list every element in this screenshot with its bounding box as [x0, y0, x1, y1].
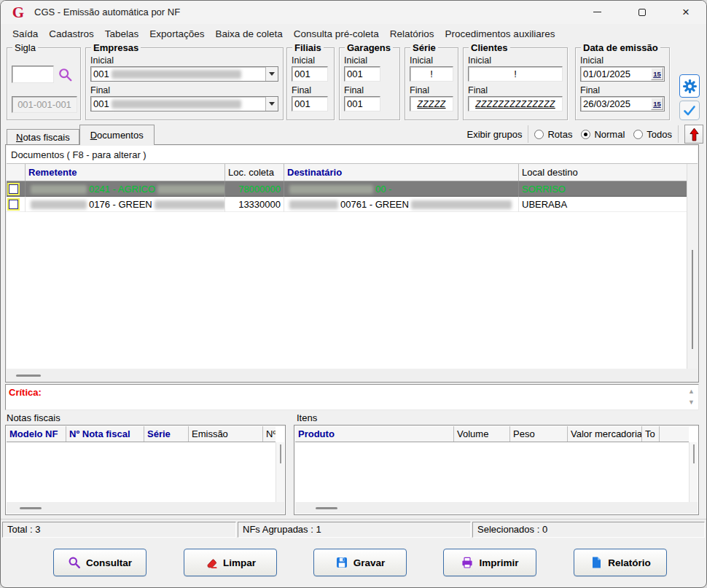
scrollbar-thumb[interactable]	[280, 444, 281, 463]
limpar-button[interactable]: Limpar	[184, 549, 277, 576]
column-header-local-destino[interactable]: Local destino	[519, 164, 687, 181]
column-header-remetente[interactable]: Remetente	[26, 164, 225, 181]
notas-fiscais-title: Notas fiscais	[7, 412, 60, 423]
horizontal-scrollbar[interactable]	[7, 502, 284, 514]
menu-item-tabelas[interactable]: Tabelas	[100, 26, 144, 42]
scrollbar-thumb[interactable]	[316, 507, 337, 509]
garagens-final-input[interactable]	[344, 96, 380, 111]
menu-item-consulta-pre-coleta[interactable]: Consulta pré-coleta	[289, 26, 384, 42]
cell-text: 00761 - GREEN	[340, 199, 409, 210]
exibir-grupos-label: Exibir grupos	[467, 129, 523, 140]
garagens-inicial-input[interactable]	[344, 66, 380, 82]
empresas-inicial-combo[interactable]: 001	[90, 66, 278, 82]
confirm-button[interactable]	[679, 101, 700, 120]
menu-item-relatorios[interactable]: Relatórios	[385, 26, 440, 42]
empresas-final-combo[interactable]: 001	[90, 96, 278, 111]
minimize-button[interactable]	[580, 1, 614, 23]
maximize-button[interactable]	[625, 1, 659, 23]
column-header-serie[interactable]: Série	[144, 426, 189, 442]
menu-bar: SaídaCadastrosTabelasExportaçõesBaixa de…	[1, 24, 706, 43]
row-checkbox[interactable]	[9, 184, 18, 194]
serie-inicial-input[interactable]: !	[410, 66, 453, 82]
combo-value: 001	[93, 68, 109, 79]
horizontal-scrollbar[interactable]	[7, 369, 698, 381]
column-header-emissao[interactable]: Emissão	[189, 426, 263, 442]
vertical-scrollbar[interactable]	[689, 442, 698, 502]
menu-item-saida[interactable]: Saída	[7, 26, 43, 42]
column-header-to[interactable]: To	[642, 426, 660, 442]
cell-destinatario: 00 -	[284, 181, 519, 197]
printer-icon	[461, 556, 474, 569]
column-header-n-nota-fiscal[interactable]: Nº Nota fiscal	[66, 426, 144, 442]
column-header-produto[interactable]: Produto	[295, 426, 454, 442]
data-inicial-field[interactable]: 01/01/2025 15	[580, 66, 665, 82]
column-header-loc-coleta[interactable]: Loc. coleta	[225, 164, 284, 181]
column-header-n[interactable]: Nº	[263, 426, 276, 442]
radio-todos[interactable]: Todos	[633, 129, 672, 140]
column-header-destinatario[interactable]: Destinatário	[284, 164, 519, 181]
calendar-icon[interactable]: 15	[651, 98, 663, 110]
close-button[interactable]: ×	[669, 1, 703, 23]
gear-icon	[682, 79, 698, 94]
column-header-modelo-nf[interactable]: Modelo NF	[7, 426, 66, 442]
cell-destinatario: 00761 - GREEN	[284, 197, 519, 212]
chevron-down-icon[interactable]	[265, 67, 278, 81]
move-up-button[interactable]	[684, 125, 703, 144]
column-header-valor-mercadoria[interactable]: Valor mercadoria	[568, 426, 642, 442]
clientes-inicial-input[interactable]: !	[468, 66, 563, 82]
menu-item-exportacoes[interactable]: Exportações	[144, 26, 209, 42]
scrollbar-thumb[interactable]	[692, 250, 693, 349]
radio-button-icon	[633, 130, 643, 139]
data-final-field[interactable]: 26/03/2025 15	[580, 96, 665, 111]
itens-panel: ProdutoVolumePesoValor mercadoriaTo	[294, 425, 699, 515]
tab-notas-fiscais[interactable]: Notas fiscais	[7, 129, 79, 145]
button-label: Gravar	[354, 557, 386, 568]
cell-text: 0176 - GREEN	[89, 199, 152, 210]
clientes-final-input[interactable]: ZZZZZZZZZZZZZZ	[468, 96, 563, 111]
column-header-peso[interactable]: Peso	[510, 426, 568, 442]
cell-select	[7, 197, 26, 212]
radio-normal[interactable]: Normal	[581, 129, 625, 140]
menu-item-procedimentos-auxiliares[interactable]: Procedimentos auxiliares	[440, 26, 560, 42]
serie-final-input[interactable]: ZZZZZ	[410, 96, 453, 111]
combo-value: 001	[93, 98, 109, 109]
radio-button-icon	[581, 130, 590, 139]
filiais-final-input[interactable]	[292, 96, 328, 111]
tab-strip: Notas fiscaisDocumentos	[7, 125, 155, 145]
scrollbar-thumb[interactable]	[20, 507, 42, 509]
menu-item-cadastros[interactable]: Cadastros	[44, 26, 99, 42]
vertical-scrollbar[interactable]	[687, 164, 698, 369]
chevron-down-icon[interactable]	[265, 97, 278, 111]
scroll-up-icon[interactable]: ▲	[688, 388, 695, 395]
radio-label: Normal	[594, 129, 625, 140]
scrollbar-thumb[interactable]	[693, 444, 695, 463]
tab-documentos[interactable]: Documentos	[79, 125, 155, 145]
radio-rotas[interactable]: Rotas	[534, 129, 572, 140]
search-icon[interactable]	[58, 67, 73, 85]
check-icon	[682, 103, 697, 118]
imprimir-button[interactable]: Imprimir	[443, 549, 536, 576]
notas-fiscais-panel: Modelo NFNº Nota fiscalSérieEmissãoNº	[5, 425, 286, 515]
calendar-icon[interactable]: 15	[651, 68, 663, 80]
scrollbar-thumb[interactable]	[16, 375, 41, 377]
sigla-input[interactable]	[12, 66, 54, 83]
sigla-code-field: 001-001-001	[12, 96, 77, 113]
table-row[interactable]: 0241 - AGRICO7800000000 -SORRISO	[7, 181, 687, 197]
settings-button[interactable]	[679, 74, 700, 98]
menu-item-baixa-de-coleta[interactable]: Baixa de coleta	[210, 26, 287, 42]
column-header-select[interactable]	[7, 164, 26, 181]
row-checkbox[interactable]	[9, 200, 18, 209]
filiais-inicial-input[interactable]	[292, 66, 328, 82]
column-header-volume[interactable]: Volume	[454, 426, 510, 442]
table-row[interactable]: 0176 - GREEN1333000000761 - GREENUBERABA	[7, 197, 687, 212]
consultar-button[interactable]: Consultar	[53, 549, 147, 576]
vertical-scrollbar[interactable]	[276, 442, 284, 502]
group-serie: Série Inicial ! Final ZZZZZ	[405, 47, 458, 120]
relatorio-button[interactable]: Relatório	[574, 549, 667, 576]
maximize-icon	[638, 9, 646, 16]
gravar-button[interactable]: Gravar	[313, 549, 407, 576]
scroll-down-icon[interactable]: ▼	[688, 399, 695, 406]
close-icon: ×	[682, 6, 690, 18]
critica-panel: Crítica: ▲ ▼	[5, 384, 699, 410]
horizontal-scrollbar[interactable]	[295, 502, 698, 514]
